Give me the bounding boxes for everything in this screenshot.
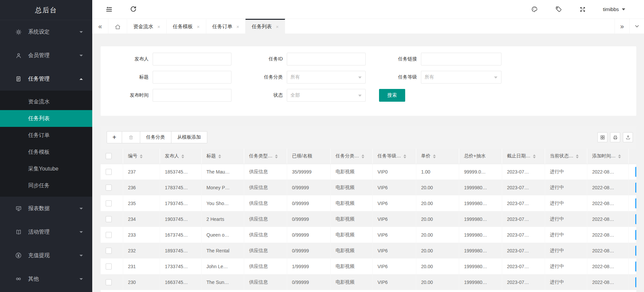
sidebar-item-task-list[interactable]: 任务列表 (0, 110, 92, 127)
sort-icon[interactable] (181, 154, 184, 158)
column-header[interactable]: 截止日期… (502, 149, 545, 164)
table-cell: 1999980… (459, 211, 502, 227)
column-header[interactable]: 编号 (123, 149, 160, 164)
column-header[interactable]: 标题 (201, 149, 244, 164)
tabbar: « 资金流水 × 任务模板 × 任务订单 × 任务列表 × (92, 19, 644, 34)
add-button[interactable]: + (107, 131, 122, 143)
column-header[interactable]: 发布人 (160, 149, 201, 164)
table-cell: 1999980… (459, 227, 502, 243)
sidebar-item-report-data[interactable]: 报表数据 (0, 197, 92, 220)
row-select-cell (101, 164, 123, 180)
sort-icon[interactable] (140, 154, 143, 158)
print-button[interactable] (610, 132, 620, 142)
task-category-select[interactable]: 所有 (287, 71, 366, 84)
sidebar-item-member-management[interactable]: 会员管理 (0, 44, 92, 67)
tab-home[interactable] (108, 19, 127, 34)
add-from-template-button[interactable]: 从模板添加 (171, 131, 207, 143)
table-scroll-area[interactable]: 编号发布人标题任务类型…已领/名额任务分类…任务等级…单价总价+抽水截止日期…当… (101, 149, 636, 290)
tab-task-orders[interactable]: 任务订单 × (206, 19, 246, 34)
column-header[interactable]: 单价 (416, 149, 459, 164)
delete-button[interactable] (122, 131, 140, 143)
sidebar-item-task-orders[interactable]: 任务订单 (0, 127, 92, 144)
sidebar-item-task-templates[interactable]: 任务模板 (0, 144, 92, 160)
refresh-icon[interactable] (129, 5, 137, 13)
close-icon[interactable]: × (157, 24, 160, 30)
action-button[interactable] (635, 261, 637, 272)
row-checkbox[interactable] (106, 248, 112, 254)
action-button[interactable] (635, 246, 637, 256)
sidebar-item-fund-flow[interactable]: 资金流水 (0, 93, 92, 110)
sort-icon[interactable] (218, 154, 221, 158)
user-menu[interactable]: timibbs (603, 6, 625, 12)
sort-icon[interactable] (404, 154, 406, 158)
task-level-select[interactable]: 所有 (421, 71, 501, 84)
tab-task-templates[interactable]: 任务模板 × (167, 19, 206, 34)
sort-icon[interactable] (275, 154, 278, 158)
sidebar-item-task-management[interactable]: 任务管理 (0, 67, 92, 91)
close-icon[interactable]: × (276, 24, 279, 30)
publisher-input[interactable] (153, 53, 231, 65)
filter-columns-button[interactable] (597, 132, 607, 142)
fullscreen-icon[interactable] (579, 5, 587, 13)
action-button[interactable] (635, 167, 637, 177)
task-link-input[interactable] (421, 53, 501, 65)
column-header[interactable]: 添加时间… (587, 149, 628, 164)
action-button[interactable] (635, 198, 637, 208)
table-cell: 2023-07… (502, 211, 545, 227)
title-input[interactable] (153, 71, 231, 84)
sidebar-item-activity-management[interactable]: 活动管理 (0, 220, 92, 244)
sort-icon[interactable] (533, 154, 536, 158)
action-button[interactable] (635, 183, 637, 193)
task-id-input[interactable] (287, 53, 366, 65)
table-cell: 电影视频 (330, 164, 372, 180)
tabs-scroll-right-button[interactable]: » (614, 19, 629, 34)
column-header-label: 总价+抽水 (464, 153, 486, 158)
tab-task-list[interactable]: 任务列表 × (246, 19, 285, 34)
tab-fund-flow[interactable]: 资金流水 × (127, 19, 167, 34)
filter-label-publisher: 发布人 (101, 56, 153, 62)
row-checkbox[interactable] (106, 200, 112, 206)
table-cell: 2022-08… (587, 258, 628, 274)
status-select[interactable]: 全部 (287, 89, 366, 102)
row-checkbox[interactable] (106, 185, 112, 191)
sort-icon[interactable] (433, 154, 436, 158)
select-all-checkbox[interactable] (106, 153, 112, 159)
sidebar-item-collect-youtube[interactable]: 采集Youtube (0, 160, 92, 177)
collapse-sidebar-button[interactable] (105, 5, 113, 13)
export-button[interactable] (623, 132, 633, 142)
sort-icon[interactable] (618, 154, 621, 158)
chevron-down-icon (494, 77, 497, 79)
sidebar-item-recharge-withdraw[interactable]: 充值提现 (0, 244, 92, 267)
close-icon[interactable]: × (197, 24, 200, 30)
table-cell: 供应信息 (244, 258, 287, 274)
row-checkbox[interactable] (106, 216, 112, 222)
search-button[interactable]: 搜索 (379, 89, 405, 102)
tag-icon[interactable] (554, 5, 562, 13)
column-header[interactable]: 任务类型… (244, 149, 287, 164)
tabs-menu-button[interactable] (629, 19, 644, 34)
action-button[interactable] (635, 277, 637, 287)
infinity-icon (15, 275, 22, 283)
sidebar-item-system-settings[interactable]: 系统设定 (0, 20, 92, 44)
action-button[interactable] (635, 214, 637, 224)
table-cell: 2023-07… (502, 274, 545, 290)
action-button[interactable] (635, 230, 637, 240)
theme-palette-icon[interactable] (530, 5, 538, 13)
column-header[interactable]: 当前状态… (545, 149, 587, 164)
task-category-button[interactable]: 任务分类 (140, 131, 171, 143)
row-checkbox[interactable] (106, 169, 112, 175)
table-cell: 进行中 (545, 211, 587, 227)
row-checkbox[interactable] (106, 232, 112, 238)
row-checkbox[interactable] (106, 263, 112, 270)
sidebar-item-sync-tasks[interactable]: 同步任务 (0, 177, 92, 194)
close-icon[interactable]: × (236, 24, 239, 30)
sidebar-item-other[interactable]: 其他 (0, 267, 92, 291)
sort-icon[interactable] (362, 154, 364, 158)
publish-time-input[interactable] (153, 89, 231, 102)
column-header[interactable]: 任务分类… (330, 149, 372, 164)
table-cell: 1673745… (160, 227, 201, 243)
row-checkbox[interactable] (106, 279, 112, 285)
column-header[interactable]: 任务等级… (372, 149, 416, 164)
tabs-scroll-left-button[interactable]: « (92, 19, 108, 34)
sort-icon[interactable] (576, 154, 579, 158)
